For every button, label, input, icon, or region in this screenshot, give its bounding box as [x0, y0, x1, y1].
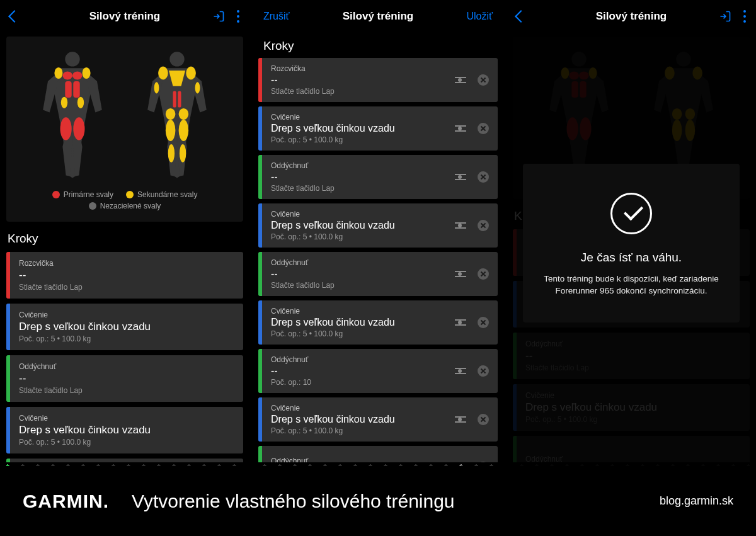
modal-title: Je čas ísť na váhu.: [541, 251, 722, 265]
delete-icon[interactable]: [478, 317, 489, 328]
delete-icon[interactable]: [478, 171, 489, 183]
step-row[interactable]: Oddýchnuť: [513, 436, 750, 466]
footer-url: blog.garmin.sk: [660, 494, 733, 508]
svg-rect-28: [580, 81, 586, 98]
delete-icon[interactable]: [478, 268, 489, 280]
svg-point-25: [569, 71, 579, 79]
step-row[interactable]: Oddýchnuť--Stlačte tlačidlo Lap: [258, 252, 498, 296]
more-icon[interactable]: [743, 10, 746, 23]
more-icon[interactable]: [237, 10, 239, 23]
svg-point-37: [685, 108, 696, 120]
delete-icon[interactable]: [478, 365, 489, 377]
step-actions: [455, 106, 498, 151]
step-type: Oddýchnuť: [19, 362, 234, 371]
header: Zrušiť Silový tréning Uložiť: [253, 0, 503, 33]
step-body: Oddýchnuť--Stlačte tlačidlo Lap: [262, 155, 455, 199]
step-body: CvičenieDrep s veľkou činkou vzaduPoč. o…: [517, 384, 750, 431]
svg-point-21: [195, 82, 200, 93]
adjust-icon[interactable]: [455, 270, 466, 278]
step-row[interactable]: CvičenieDrep s veľkou činkou vzaduPoč. o…: [258, 106, 498, 151]
page-title: Silový tréning: [561, 10, 702, 23]
svg-point-35: [692, 67, 702, 80]
step-body: CvičenieDrep s veľkou činkou vzaduPoč. o…: [10, 304, 243, 350]
svg-rect-23: [178, 91, 181, 108]
step-body: Oddýchnuť--Stlačte tlačidlo Lap: [262, 252, 455, 296]
step-row[interactable]: Oddýchnuť--Stlačte tlačidlo Lap: [513, 333, 750, 379]
adjust-icon[interactable]: [455, 415, 466, 424]
step-row[interactable]: CvičenieDrep s veľkou činkou vzaduPoč. o…: [258, 300, 498, 345]
adjust-icon[interactable]: [455, 318, 466, 327]
svg-point-0: [65, 52, 79, 66]
step-title: Drep s veľkou činkou vzadu: [19, 321, 234, 333]
step-row[interactable]: Oddýchnuť--Stlačte tlačidlo Lap: [6, 355, 243, 402]
adjust-icon[interactable]: [455, 124, 466, 133]
step-actions: [455, 155, 498, 199]
step-detail: Poč. op.: 5 • 100.0 kg: [525, 415, 741, 424]
step-body: Rozcvička--Stlačte tlačidlo Lap: [10, 252, 243, 299]
adjust-icon[interactable]: [455, 221, 466, 230]
page-title: Silový tréning: [54, 10, 195, 23]
step-type: Cvičenie: [19, 414, 234, 423]
step-type: Cvičenie: [271, 404, 446, 413]
adjust-icon[interactable]: [455, 76, 466, 84]
delete-icon[interactable]: [478, 74, 489, 86]
step-title: --: [271, 268, 446, 280]
step-row[interactable]: CvičenieDrep s veľkou činkou vzaduPoč. o…: [6, 304, 243, 350]
step-type: Oddýchnuť: [271, 355, 446, 364]
save-button[interactable]: Uložiť: [466, 11, 493, 22]
footer-decoration: [0, 462, 756, 471]
footer-tagline: Vytvorenie vlastného silového tréningu: [132, 491, 455, 512]
step-row[interactable]: Oddýchnuť--Poč. op.: 10: [258, 349, 498, 393]
steps-list: Rozcvička--Stlačte tlačidlo LapCvičenieD…: [6, 252, 243, 466]
step-detail: Poč. op.: 5 • 100.0 kg: [19, 438, 234, 447]
step-title: --: [271, 365, 446, 377]
step-row[interactable]: Rozcvička--Stlačte tlačidlo Lap: [258, 58, 498, 102]
step-actions: [455, 300, 498, 345]
step-body: Oddýchnuť--Poč. op.: 10: [262, 349, 455, 393]
cancel-button[interactable]: Zrušiť: [263, 11, 290, 22]
step-body: CvičenieDrep s veľkou činkou vzaduPoč. o…: [262, 397, 455, 442]
svg-point-5: [60, 117, 72, 140]
back-icon[interactable]: [515, 10, 527, 23]
step-detail: Poč. op.: 5 • 100.0 kg: [271, 135, 446, 144]
delete-icon[interactable]: [478, 414, 489, 425]
back-icon[interactable]: [8, 10, 21, 23]
sync-modal[interactable]: Je čas ísť na váhu. Tento tréning bude k…: [523, 164, 740, 322]
delete-icon[interactable]: [478, 123, 489, 134]
svg-point-8: [83, 67, 91, 79]
svg-point-31: [561, 67, 569, 79]
screen-1: Silový tréning: [0, 0, 249, 466]
delete-icon[interactable]: [478, 220, 489, 231]
svg-point-11: [169, 52, 184, 66]
svg-point-32: [589, 67, 597, 79]
step-row[interactable]: CvičenieDrep s veľkou činkou vzaduPoč. o…: [258, 203, 498, 248]
step-row[interactable]: CvičenieDrep s veľkou činkou vzaduPoč. o…: [6, 407, 243, 453]
checkmark-icon: [610, 193, 652, 234]
step-type: Cvičenie: [19, 311, 234, 319]
step-body: CvičenieDrep s veľkou činkou vzaduPoč. o…: [262, 203, 455, 248]
step-body: Oddýchnuť--Stlačte tlačidlo Lap: [517, 333, 750, 379]
step-row[interactable]: CvičenieDrep s veľkou činkou vzaduPoč. o…: [258, 397, 498, 442]
step-type: Rozcvička: [271, 64, 446, 73]
step-body: Oddýchnuť: [517, 436, 750, 466]
step-body: CvičenieDrep s veľkou činkou vzaduPoč. o…: [10, 407, 243, 453]
step-row[interactable]: Oddýchnuť--Stlačte tlačidlo Lap: [258, 155, 498, 199]
step-detail: Stlačte tlačidlo Lap: [271, 184, 446, 193]
step-title: Drep s veľkou činkou vzadu: [271, 123, 446, 134]
adjust-icon[interactable]: [455, 173, 466, 181]
step-detail: Stlačte tlačidlo Lap: [19, 283, 234, 292]
send-to-device-icon[interactable]: [718, 10, 732, 23]
send-to-device-icon[interactable]: [212, 10, 226, 23]
steps-heading: Kroky: [6, 222, 243, 252]
adjust-icon[interactable]: [455, 367, 466, 375]
step-type: Oddýchnuť: [271, 258, 446, 267]
step-title: Drep s veľkou činkou vzadu: [525, 401, 741, 414]
step-row[interactable]: CvičenieDrep s veľkou činkou vzaduPoč. o…: [513, 384, 750, 431]
step-row[interactable]: Rozcvička--Stlačte tlačidlo Lap: [6, 252, 243, 299]
svg-point-1: [62, 71, 72, 79]
step-title: --: [19, 372, 234, 385]
steps-list: Rozcvička--Stlačte tlačidlo LapCvičenieD…: [258, 58, 498, 466]
body-front-icon: [538, 48, 620, 180]
body-front-icon: [32, 48, 113, 180]
step-type: Cvičenie: [525, 391, 741, 400]
